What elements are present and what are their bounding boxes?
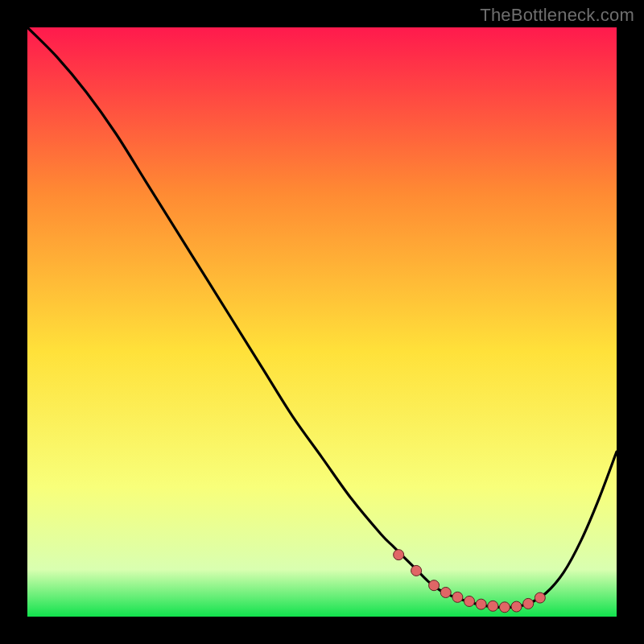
highlight-dot <box>535 592 545 603</box>
chart-plot-area <box>27 27 617 617</box>
bottleneck-chart <box>27 27 617 617</box>
watermark-text: TheBottleneck.com <box>480 5 634 26</box>
outer-frame: TheBottleneck.com <box>0 0 644 644</box>
highlight-dot <box>476 599 486 609</box>
highlight-dot <box>488 601 498 611</box>
highlight-dot <box>511 601 522 612</box>
gradient-background <box>27 27 617 617</box>
highlight-dot <box>394 550 404 560</box>
highlight-dot <box>464 596 475 606</box>
highlight-dot <box>440 587 451 597</box>
highlight-dot <box>429 580 440 591</box>
highlight-dot <box>499 602 510 613</box>
highlight-dot <box>452 592 463 602</box>
highlight-dot <box>523 598 534 609</box>
highlight-dot <box>411 565 422 576</box>
